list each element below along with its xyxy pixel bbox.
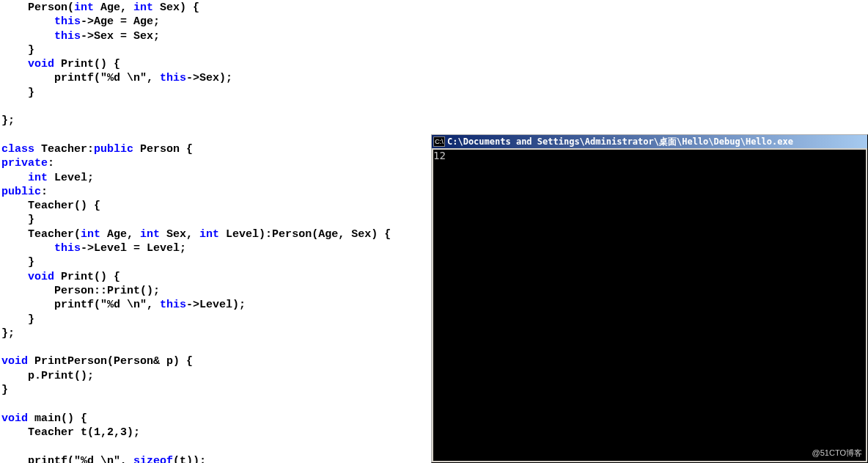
code-line: void Print() {	[1, 57, 868, 71]
code-line: }	[1, 86, 868, 100]
console-window[interactable]: C:\ C:\Documents and Settings\Administra…	[431, 134, 868, 463]
console-title: C:\Documents and Settings\Administrator\…	[447, 136, 793, 148]
console-output[interactable]: 12	[433, 150, 866, 461]
watermark: @51CTO博客	[812, 448, 862, 459]
console-titlebar[interactable]: C:\ C:\Documents and Settings\Administra…	[432, 135, 867, 148]
code-line: }	[1, 43, 868, 57]
console-line: 12	[433, 150, 866, 161]
console-icon: C:\	[433, 136, 445, 147]
code-line: this->Sex = Sex;	[1, 29, 868, 43]
code-line: printf("%d \n", this->Sex);	[1, 71, 868, 85]
code-line	[1, 100, 868, 114]
code-line: };	[1, 114, 868, 128]
code-line: Person(int Age, int Sex) {	[1, 1, 868, 15]
code-line: this->Age = Age;	[1, 15, 868, 29]
